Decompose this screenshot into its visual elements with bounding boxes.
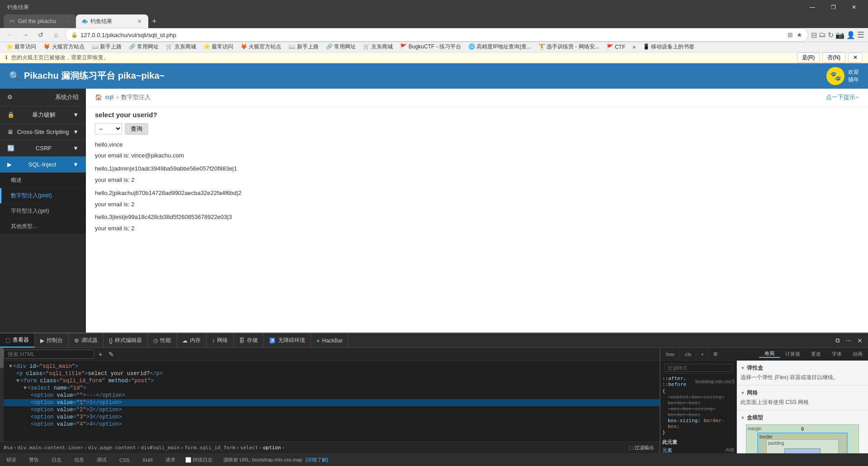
tab2-close[interactable]: ✕: [136, 18, 143, 25]
devtools-tab-memory[interactable]: ☁ 内存: [177, 333, 207, 347]
bookmark-frequent[interactable]: ⭐ 最常访问: [4, 42, 39, 52]
sidebar-item-sqlinject[interactable]: ▶ SQL-Inject ▼: [0, 157, 86, 173]
html-line-option-4[interactable]: <option value="4">4</option>: [0, 421, 660, 427]
bookmark-common[interactable]: 🔗 常用网址: [126, 42, 161, 52]
query-button[interactable]: 查询: [125, 123, 148, 135]
path-page-content[interactable]: div.page-content: [88, 445, 136, 451]
breadcrumb-home-icon[interactable]: 🏠: [95, 94, 102, 100]
tab-1[interactable]: 🎮 Get the pikachu ✕: [4, 14, 76, 28]
refresh-button[interactable]: ↻: [828, 31, 834, 39]
breadcrumb-hint[interactable]: 点一下提示~: [826, 93, 859, 101]
container-button[interactable]: 🗂: [819, 31, 826, 39]
status-css[interactable]: CSS: [117, 456, 132, 464]
maximize-button[interactable]: ❐: [823, 0, 844, 14]
path-select[interactable]: select: [240, 445, 258, 451]
bookmark-ip[interactable]: 🌐 高精度IP地址查询|查...: [466, 42, 534, 52]
filter-output-button[interactable]: ⬚ 过滤输出: [627, 443, 656, 452]
tab-pseudo[interactable]: :hov: [660, 348, 679, 360]
warning-close[interactable]: ✕: [848, 52, 863, 63]
devtools-tab-storage[interactable]: 🗄 存储: [234, 333, 264, 347]
breadcrumb-sqli-link[interactable]: sqli: [105, 94, 114, 100]
devtools-tab-hackbar[interactable]: ● HackBar: [311, 333, 349, 347]
bookmark-mobile[interactable]: 📱 移动设备上的书签: [640, 42, 697, 52]
status-info[interactable]: 信息: [71, 456, 87, 464]
bookmark-bugku[interactable]: 🚩 BugkuCTF - 练习平台: [397, 42, 463, 52]
sidebar-item-intro[interactable]: ⚙ 系统介绍: [0, 89, 86, 106]
html-line-select[interactable]: ▼ <select name="id">: [0, 385, 660, 392]
status-log[interactable]: 日志: [49, 456, 64, 464]
bookmark-frequent2[interactable]: ⭐ 最常访问: [201, 42, 236, 52]
bookmark-star-button[interactable]: ★: [797, 31, 802, 38]
warning-confirm[interactable]: 是(R): [797, 52, 820, 63]
devtools-tab-style-editor[interactable]: {} 样式编辑器: [104, 333, 148, 347]
screenshot-button[interactable]: 📷: [835, 31, 844, 39]
right-tab-layout[interactable]: 布局: [759, 350, 780, 358]
html-line-option-empty[interactable]: <option value="">---</option>: [0, 392, 660, 399]
devtools-tab-accessibility[interactable]: ♿ 无障碍环境: [264, 333, 311, 347]
bookmark-common2[interactable]: 🔗 常用网址: [323, 42, 359, 52]
right-tab-calc[interactable]: 计算值: [780, 351, 806, 357]
add-node-button[interactable]: +: [97, 350, 104, 359]
bookmark-firefox2[interactable]: 🦊 火狐官方站点: [238, 42, 284, 52]
devtools-tab-console[interactable]: ▶ 控制台: [35, 333, 69, 347]
right-tab-changes[interactable]: 更改: [806, 351, 826, 357]
tab-add-rule[interactable]: +: [696, 348, 708, 360]
edit-html-button[interactable]: ✎: [107, 350, 116, 359]
form-collapse-icon[interactable]: ▼: [16, 378, 19, 384]
sidebar-sub-other[interactable]: 其他类型...: [0, 219, 86, 234]
status-requests[interactable]: 请求: [163, 456, 178, 464]
status-errors[interactable]: 错误: [4, 456, 19, 464]
devtools-more-button[interactable]: ⋯: [844, 336, 854, 345]
html-line-option-3[interactable]: <option value="3">3</option>: [0, 414, 660, 421]
home-button[interactable]: ⌂: [50, 29, 62, 41]
right-tab-fonts[interactable]: 字体: [826, 351, 847, 357]
devtools-detach-button[interactable]: ⧉: [834, 336, 842, 345]
tab1-close[interactable]: ✕: [63, 18, 71, 25]
sidebar-sub-string-get[interactable]: 字符型注入(get): [0, 204, 86, 219]
menu-button[interactable]: ☰: [857, 30, 864, 40]
bookmark-jd2[interactable]: 🛒 京东商城: [360, 42, 396, 52]
styles-filter-input[interactable]: [664, 364, 733, 372]
sidebar-item-csrf[interactable]: 🔄 CSRF ▼: [0, 140, 86, 157]
close-button[interactable]: ✕: [844, 0, 864, 14]
html-search-input[interactable]: [4, 350, 94, 359]
continuous-log-checkbox[interactable]: [185, 457, 191, 463]
html-line-option-2[interactable]: <option value="2">2</option>: [0, 406, 660, 414]
bookmark-newbie2[interactable]: 📖 新手上路: [286, 42, 321, 52]
sidebar-item-xss[interactable]: 🖥 Cross-Site Scripting ▼: [0, 124, 86, 140]
right-tab-anim[interactable]: 动画: [847, 351, 868, 357]
bookmark-firefox[interactable]: 🦊 火狐官方站点: [41, 42, 87, 52]
reader-mode-button[interactable]: ⊞: [788, 31, 793, 38]
status-warnings[interactable]: 警告: [26, 456, 42, 464]
bookmark-jd[interactable]: 🛒 京东商城: [163, 42, 198, 52]
devtools-close-button[interactable]: ✕: [855, 336, 864, 345]
continuous-log-label[interactable]: 持续日志: [185, 456, 212, 463]
source-map-link[interactable]: [详细了解]: [306, 457, 328, 462]
new-tab-button[interactable]: +: [148, 17, 160, 26]
warning-deny[interactable]: 否(N): [822, 52, 845, 63]
path-option[interactable]: option: [263, 445, 281, 451]
url-bar[interactable]: 🔒 127.0.0.1/pikachu/vul/sqli/sqli_id.php…: [65, 28, 808, 42]
account-button[interactable]: 👤: [846, 31, 855, 39]
bookmark-more[interactable]: »: [630, 43, 638, 51]
status-debug[interactable]: 调试: [94, 456, 109, 464]
bookmark-newbie[interactable]: 📖 新手上路: [89, 42, 124, 52]
minimize-button[interactable]: —: [802, 0, 823, 14]
back-button[interactable]: ←: [4, 29, 16, 41]
tab-2[interactable]: 🐟 钓鱼结果 ✕: [76, 14, 148, 28]
synced-tabs-button[interactable]: ⊟: [811, 31, 817, 39]
devtools-tab-network[interactable]: ↕ 网络: [207, 333, 234, 347]
html-line-div-sqli-main[interactable]: ▼ <div id="sqli_main">: [0, 363, 660, 370]
userid-select[interactable]: -- 1 2 3 4 5 6: [95, 123, 122, 134]
html-line-option-1[interactable]: <option value="1">1</option>: [0, 399, 660, 406]
devtools-tab-performance[interactable]: ◷ 性能: [148, 333, 177, 347]
path-form[interactable]: form.sqli_id_form: [184, 445, 236, 451]
collapse-icon[interactable]: ▼: [9, 363, 12, 370]
tab-cls[interactable]: .cls: [679, 348, 697, 360]
sidebar-sub-numeric-post[interactable]: 数字型注入(post): [0, 188, 86, 204]
devtools-tab-debugger[interactable]: ⚙ 调试器: [69, 333, 104, 347]
sidebar-sub-overview[interactable]: 概述: [0, 173, 86, 188]
path-sa[interactable]: #sa: [4, 445, 13, 451]
html-line-form[interactable]: ▼ <form class="sqli_id_form" method="pos…: [0, 377, 660, 385]
select-collapse-icon[interactable]: ▼: [24, 385, 27, 391]
